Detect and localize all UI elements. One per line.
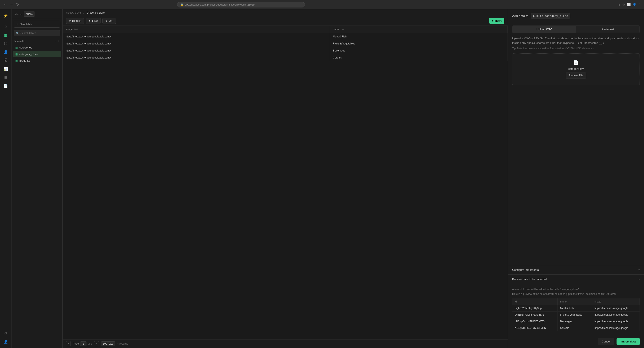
back-button[interactable]: ← bbox=[2, 2, 8, 7]
table-row[interactable]: https://firebasestorage.googleapis.com/v… bbox=[62, 54, 508, 61]
sql-editor-icon[interactable]: { } bbox=[2, 39, 10, 47]
menu-icon[interactable]: ⋮ bbox=[638, 3, 642, 6]
preview-cell-id: 5igbz6Y8hEfIuyhUy3Zp bbox=[512, 305, 558, 312]
expand-all-button[interactable]: + bbox=[58, 39, 60, 43]
cell-image: https://firebasestorage.googleapis.com/v bbox=[62, 40, 330, 47]
configure-section-header[interactable]: Configure import data ▾ bbox=[508, 265, 644, 274]
brand-icon[interactable]: ⚡ bbox=[2, 12, 10, 19]
preview-section-header[interactable]: Preview data to be imported ▴ bbox=[508, 274, 644, 284]
next-page-button[interactable]: › bbox=[94, 341, 99, 346]
search-tables-input[interactable] bbox=[20, 32, 58, 35]
preview-subtitle2: Here is a preview of the data that will … bbox=[512, 292, 640, 296]
chevron-right-icon: › bbox=[58, 53, 58, 55]
main-content: hieuwu's Org / Groceries Store ↻ Refresh… bbox=[62, 9, 508, 348]
new-table-button[interactable]: + New table bbox=[14, 21, 60, 28]
table-item-categories[interactable]: ▦ categories bbox=[13, 44, 61, 51]
schema-button[interactable]: public bbox=[24, 11, 35, 16]
sort-icon: ⇅ bbox=[105, 19, 107, 22]
auth-icon[interactable]: 👤 bbox=[2, 48, 10, 56]
icon-sidebar: ⚡ ⌂ ▦ { } 👤 🗄 📊 ☰ 📄 ⚙ 👤 bbox=[0, 9, 12, 348]
filter-label: Filter bbox=[92, 19, 98, 22]
preview-section: A total of 4 rows will be added to the t… bbox=[508, 284, 644, 335]
table-area[interactable]: image text name text https://firebasesto… bbox=[62, 26, 508, 339]
preview-cell-id: nH7sIp3ycmITHIFE5wWD bbox=[512, 318, 558, 325]
grid-icon: ▦ bbox=[15, 59, 18, 62]
logs-icon[interactable]: ☰ bbox=[2, 74, 10, 81]
file-drop-zone[interactable]: 📄 category.csv Remove File bbox=[512, 53, 640, 85]
preview-col-image: image bbox=[592, 298, 640, 305]
right-panel-header: Add data to public.category_clone bbox=[508, 9, 644, 22]
cell-name: Cereals bbox=[330, 54, 508, 61]
upload-tip: Tip: Datetime columns should be formatte… bbox=[512, 47, 640, 50]
breadcrumb-separator: / bbox=[84, 11, 84, 14]
preview-cell-name: Meat & Fish bbox=[558, 305, 592, 312]
reload-button[interactable]: ↻ bbox=[15, 2, 20, 7]
preview-label: Preview data to be imported bbox=[512, 278, 547, 281]
preview-cell-image: https://firebasestorage.google bbox=[592, 312, 640, 318]
paste-text-tab[interactable]: Paste text bbox=[576, 26, 640, 33]
prev-page-button[interactable]: ‹ bbox=[66, 341, 71, 346]
of-label: of 1 bbox=[88, 342, 92, 345]
table-row[interactable]: https://firebasestorage.googleapis.com/v… bbox=[62, 33, 508, 40]
filter-button[interactable]: ▼ Filter bbox=[86, 18, 101, 24]
analytics-icon[interactable]: 📊 bbox=[2, 65, 10, 73]
preview-row: zJ4Cy7BZm07CdVckFVHS Cereals https://fir… bbox=[512, 325, 640, 332]
tab-icon[interactable]: ⬜ bbox=[627, 3, 631, 6]
breadcrumb-org[interactable]: hieuwu's Org bbox=[66, 11, 81, 14]
bookmark-icon[interactable]: ☆ bbox=[622, 3, 625, 6]
breadcrumb-bar: hieuwu's Org / Groceries Store bbox=[62, 9, 508, 16]
tables-header: Tables (3) − + bbox=[12, 38, 62, 44]
records-count: 4 records bbox=[117, 342, 128, 345]
breadcrumb-store[interactable]: Groceries Store bbox=[87, 11, 104, 14]
table-item-category-clone[interactable]: ▦ category_clone › bbox=[13, 51, 61, 57]
table-row[interactable]: https://firebasestorage.googleapis.com/v… bbox=[62, 40, 508, 47]
refresh-icon: ↻ bbox=[69, 19, 71, 22]
cancel-button[interactable]: Cancel bbox=[598, 338, 614, 345]
add-data-title: Add data to bbox=[512, 14, 528, 18]
sort-button[interactable]: ⇅ Sort bbox=[102, 18, 116, 24]
browser-chrome: ← → ↻ 🔒 app.supabase.com/project/jzdduyz… bbox=[0, 0, 644, 9]
table-row[interactable]: https://firebasestorage.googleapis.com/v… bbox=[62, 47, 508, 54]
remove-file-button[interactable]: Remove File bbox=[566, 73, 586, 78]
user-icon[interactable]: 👤 bbox=[2, 338, 10, 346]
import-data-button[interactable]: Import data bbox=[616, 338, 640, 345]
preview-cell-id: Qm1RuIY0EIns71X0d6J1 bbox=[512, 312, 558, 318]
reports-icon[interactable]: 📄 bbox=[2, 82, 10, 90]
collapse-all-button[interactable]: − bbox=[54, 39, 57, 43]
table-name-category-clone: category_clone bbox=[20, 52, 38, 56]
profile-icon[interactable]: 👤 bbox=[632, 3, 636, 6]
toolbar: ↻ Refresh ▼ Filter ⇅ Sort ▾ Insert bbox=[62, 16, 508, 26]
cell-image: https://firebasestorage.googleapis.com/v bbox=[62, 54, 330, 61]
right-panel-body: Upload a CSV or TSV file. The first row … bbox=[508, 33, 644, 265]
rows-select[interactable]: 100 rows bbox=[101, 342, 115, 346]
settings-icon[interactable]: ⚙ bbox=[2, 329, 10, 337]
table-name-badge: public.category_clone bbox=[531, 13, 570, 18]
insert-button[interactable]: ▾ Insert bbox=[489, 18, 504, 24]
refresh-label: Refresh bbox=[72, 19, 81, 22]
home-icon[interactable]: ⌂ bbox=[2, 22, 10, 30]
forward-button[interactable]: → bbox=[9, 2, 14, 7]
upload-csv-tab[interactable]: Upload CSV bbox=[512, 26, 576, 33]
col-name: name text bbox=[330, 26, 508, 33]
upload-hint: Upload a CSV or TSV file. The first row … bbox=[512, 36, 640, 45]
storage-icon[interactable]: 🗄 bbox=[2, 57, 10, 64]
preview-cell-id: zJ4Cy7BZm07CdVckFVHS bbox=[512, 325, 558, 332]
file-icon: 📄 bbox=[573, 60, 578, 65]
chevron-down-icon: ▾ bbox=[638, 268, 640, 271]
plus-icon: + bbox=[16, 22, 18, 26]
address-bar[interactable]: 🔒 app.supabase.com/project/jzdduyzfelmfn… bbox=[177, 2, 305, 7]
refresh-button[interactable]: ↻ Refresh bbox=[66, 18, 84, 24]
preview-row: Qm1RuIY0EIns71X0d6J1 Fruits & Vegetables… bbox=[512, 312, 640, 318]
tables-count-label: Tables (3) bbox=[14, 40, 24, 42]
share-icon[interactable]: ⬆ bbox=[618, 3, 620, 6]
preview-cell-image: https://firebasestorage.google bbox=[592, 325, 640, 332]
chevron-up-icon: ▴ bbox=[638, 278, 640, 281]
right-panel-footer: Cancel Import data bbox=[508, 335, 644, 348]
lock-icon: 🔒 bbox=[180, 3, 184, 6]
preview-table: id name image 5igbz6Y8hEfIuyhUy3Zp Meat … bbox=[512, 298, 640, 332]
preview-cell-name: Beverages bbox=[558, 318, 592, 325]
preview-col-id: id bbox=[512, 298, 558, 305]
table-editor-icon[interactable]: ▦ bbox=[2, 31, 10, 39]
preview-subtitle1: A total of 4 rows will be added to the t… bbox=[512, 287, 640, 291]
table-item-products[interactable]: ▦ products bbox=[13, 58, 61, 64]
